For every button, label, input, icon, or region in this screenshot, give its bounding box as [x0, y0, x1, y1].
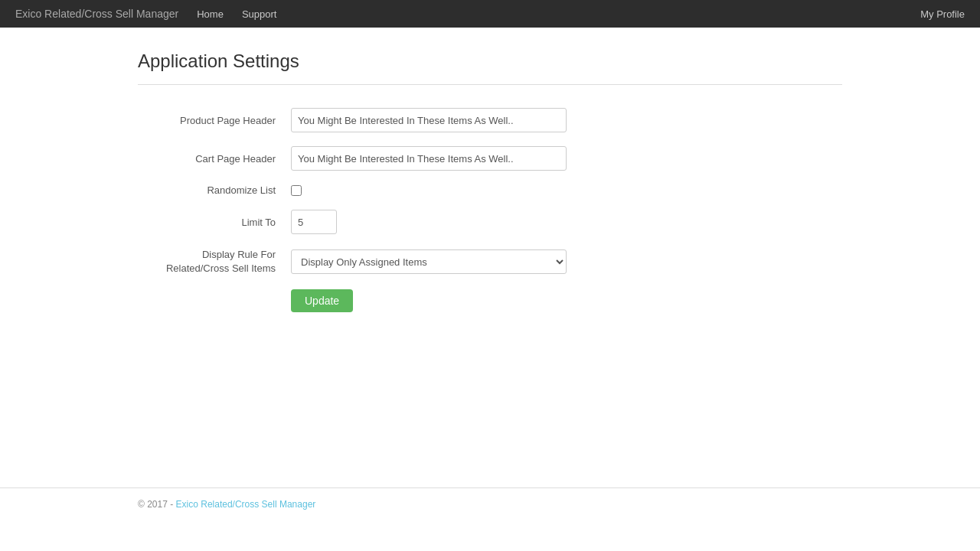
randomize-list-row: Randomize List [138, 184, 842, 196]
divider [138, 84, 842, 85]
cart-page-header-input[interactable] [291, 146, 567, 171]
settings-form: Product Page Header Cart Page Header Ran… [138, 108, 842, 312]
limit-to-row: Limit To [138, 210, 842, 234]
cart-page-header-row: Cart Page Header [138, 146, 842, 171]
navbar-profile-link[interactable]: My Profile [920, 8, 965, 20]
navbar-brand[interactable]: Exico Related/Cross Sell Manager [15, 8, 178, 20]
update-button[interactable]: Update [291, 289, 353, 312]
cart-page-header-label: Cart Page Header [138, 153, 291, 165]
page-title: Application Settings [138, 51, 842, 72]
display-rule-select[interactable]: Display Only Assigned Items Display All … [291, 249, 567, 274]
randomize-list-checkbox[interactable] [291, 185, 302, 196]
update-button-row: Update [138, 289, 842, 312]
limit-to-input[interactable] [291, 210, 337, 234]
footer-text: © 2017 - Exico Related/Cross Sell Manage… [138, 499, 315, 510]
navbar: Exico Related/Cross Sell Manager Home Su… [0, 0, 980, 28]
navbar-home-link[interactable]: Home [197, 8, 224, 20]
randomize-list-label: Randomize List [138, 184, 291, 196]
display-rule-label: Display Rule For Related/Cross Sell Item… [138, 248, 291, 276]
navbar-support-link[interactable]: Support [242, 8, 277, 20]
product-page-header-input[interactable] [291, 108, 567, 132]
main-content: Application Settings Product Page Header… [0, 28, 980, 349]
product-page-header-label: Product Page Header [138, 115, 291, 126]
display-rule-row: Display Rule For Related/Cross Sell Item… [138, 248, 842, 276]
product-page-header-row: Product Page Header [138, 108, 842, 132]
limit-to-label: Limit To [138, 217, 291, 228]
footer: © 2017 - Exico Related/Cross Sell Manage… [0, 487, 980, 520]
navbar-left: Exico Related/Cross Sell Manager Home Su… [15, 8, 276, 20]
footer-link[interactable]: Exico Related/Cross Sell Manager [176, 499, 316, 510]
